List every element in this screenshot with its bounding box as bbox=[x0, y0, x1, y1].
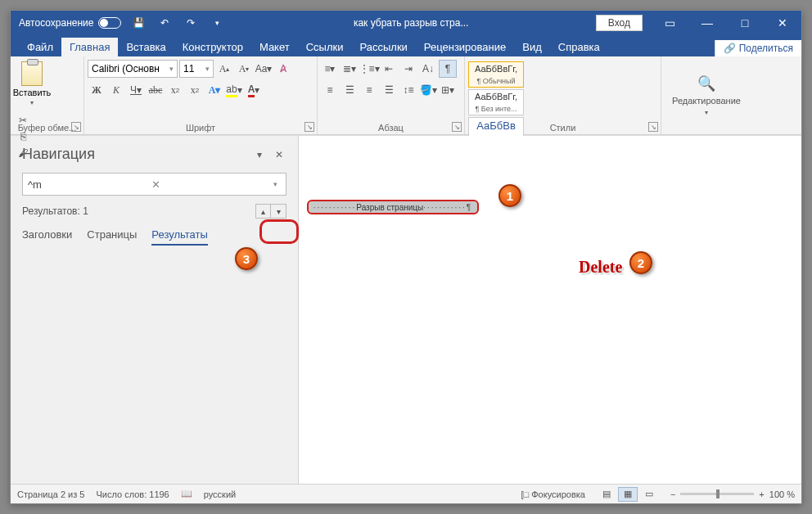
shrink-font-icon[interactable]: A▾ bbox=[235, 60, 253, 78]
font-size-combo[interactable]: 11▾ bbox=[179, 60, 214, 78]
tab-view[interactable]: Вид bbox=[514, 38, 550, 56]
nav-search-input[interactable]: ^m ✕ ▾ bbox=[22, 173, 286, 196]
maximize-icon[interactable]: □ bbox=[726, 11, 764, 35]
change-case-icon[interactable]: Aa▾ bbox=[255, 60, 273, 78]
page-break-label: Разрыв страницы bbox=[356, 203, 423, 212]
italic-button[interactable]: К bbox=[107, 81, 125, 99]
justify-icon[interactable]: ☰ bbox=[380, 81, 398, 99]
status-language[interactable]: русский bbox=[204, 489, 236, 499]
font-color-icon[interactable]: A▾ bbox=[245, 81, 263, 99]
nav-search-dropdown-icon[interactable]: ▾ bbox=[270, 180, 281, 188]
autosave-toggle[interactable]: Автосохранение bbox=[19, 17, 121, 29]
web-layout-icon[interactable]: ▭ bbox=[639, 487, 659, 502]
indent-icon[interactable]: ⇥ bbox=[399, 60, 417, 78]
nav-result-arrows: ▴ ▾ bbox=[255, 204, 286, 219]
underline-button[interactable]: Ч▾ bbox=[127, 81, 145, 99]
numbering-icon[interactable]: ≣▾ bbox=[341, 60, 359, 78]
font-launcher[interactable]: ↘ bbox=[304, 122, 314, 132]
align-center-icon[interactable]: ☰ bbox=[341, 81, 359, 99]
group-editing: 🔍 Редактирование ▾ bbox=[661, 56, 751, 134]
bullets-icon[interactable]: ≡▾ bbox=[321, 60, 339, 78]
tab-design[interactable]: Конструктор bbox=[174, 38, 251, 56]
status-page[interactable]: Страница 2 из 5 bbox=[17, 489, 84, 499]
tab-references[interactable]: Ссылки bbox=[298, 38, 352, 56]
nav-tab-results[interactable]: Результаты bbox=[151, 228, 207, 246]
subscript-button[interactable]: x2 bbox=[166, 81, 184, 99]
nav-next-result[interactable]: ▾ bbox=[271, 205, 286, 218]
format-painter-icon[interactable]: 🖌 bbox=[14, 146, 32, 160]
ribbon-tabs: Файл Главная Вставка Конструктор Макет С… bbox=[11, 35, 801, 56]
minimize-icon[interactable]: — bbox=[688, 11, 726, 35]
zoom-level[interactable]: 100 % bbox=[769, 489, 795, 499]
font-group-label: Шрифт bbox=[84, 123, 317, 133]
clear-formatting-icon[interactable]: A̷ bbox=[274, 60, 292, 78]
group-font: Calibri (Основн▾ 11▾ A▴ A▾ Aa▾ A̷ Ж К Ч▾… bbox=[84, 56, 318, 134]
font-name-combo[interactable]: Calibri (Основн▾ bbox=[88, 60, 178, 78]
outdent-icon[interactable]: ⇤ bbox=[380, 60, 398, 78]
bold-button[interactable]: Ж bbox=[88, 81, 106, 99]
line-spacing-icon[interactable]: ↕≡ bbox=[399, 81, 417, 99]
document-area[interactable]: ··········· Разрыв страницы ···········¶ bbox=[299, 136, 801, 484]
nav-tab-headings[interactable]: Заголовки bbox=[22, 228, 72, 246]
nav-tab-pages[interactable]: Страницы bbox=[87, 228, 137, 246]
close-icon[interactable]: ✕ bbox=[764, 11, 801, 35]
clipboard-launcher[interactable]: ↘ bbox=[71, 122, 81, 132]
group-clipboard: Вставить ▾ ✂ ⎘ 🖌 Буфер обме... ↘ bbox=[11, 56, 84, 134]
tab-review[interactable]: Рецензирование bbox=[416, 38, 514, 56]
shading-icon[interactable]: 🪣▾ bbox=[419, 81, 437, 99]
login-button[interactable]: Вход bbox=[596, 15, 643, 31]
undo-icon[interactable]: ↶ bbox=[156, 14, 174, 32]
grow-font-icon[interactable]: A▴ bbox=[215, 60, 233, 78]
zoom-in-icon[interactable]: + bbox=[759, 489, 764, 499]
paste-label: Вставить bbox=[13, 88, 52, 97]
align-right-icon[interactable]: ≡ bbox=[360, 81, 378, 99]
tab-file[interactable]: Файл bbox=[19, 38, 61, 56]
autosave-switch[interactable] bbox=[98, 17, 121, 29]
editing-label[interactable]: Редактирование bbox=[672, 96, 741, 106]
styles-launcher[interactable]: ↘ bbox=[648, 122, 658, 132]
show-marks-icon[interactable]: ¶ bbox=[439, 60, 457, 78]
find-icon[interactable]: 🔍 bbox=[697, 74, 715, 92]
sort-icon[interactable]: A↓ bbox=[419, 60, 437, 78]
redo-icon[interactable]: ↷ bbox=[182, 14, 200, 32]
nav-search-clear-icon[interactable]: ✕ bbox=[148, 178, 164, 191]
focus-mode-button[interactable]: [□ Фокусировка bbox=[521, 489, 584, 499]
nav-close-icon[interactable]: ✕ bbox=[272, 147, 286, 162]
nav-prev-result[interactable]: ▴ bbox=[256, 205, 271, 218]
ribbon: Вставить ▾ ✂ ⎘ 🖌 Буфер обме... ↘ Calibri… bbox=[11, 56, 801, 135]
text-effects-icon[interactable]: A▾ bbox=[205, 81, 223, 99]
strikethrough-button[interactable]: abc bbox=[147, 81, 165, 99]
share-button[interactable]: 🔗 Поделиться bbox=[715, 40, 801, 56]
highlight-icon[interactable]: ab▾ bbox=[225, 81, 243, 99]
print-layout-icon[interactable]: ▦ bbox=[618, 487, 638, 502]
align-left-icon[interactable]: ≡ bbox=[321, 81, 339, 99]
tab-mailings[interactable]: Рассылки bbox=[351, 38, 415, 56]
page-break-selection[interactable]: ··········· Разрыв страницы ···········¶ bbox=[307, 200, 479, 214]
para-launcher[interactable]: ↘ bbox=[452, 122, 462, 132]
annotation-delete-label: Delete bbox=[579, 258, 622, 277]
zoom-control[interactable]: − + 100 % bbox=[670, 489, 795, 499]
zoom-out-icon[interactable]: − bbox=[670, 489, 675, 499]
style-nospacing[interactable]: АаБбВвГг, ¶ Без инте... bbox=[468, 89, 524, 115]
tab-insert[interactable]: Вставка bbox=[118, 38, 174, 56]
annotation-badge-2: 2 bbox=[629, 251, 652, 274]
zoom-slider[interactable] bbox=[680, 493, 754, 495]
nav-options-icon[interactable]: ▾ bbox=[252, 147, 267, 162]
share-label: Поделиться bbox=[739, 43, 793, 54]
nav-results-count: Результатов: 1 bbox=[22, 205, 88, 217]
tab-layout[interactable]: Макет bbox=[251, 38, 298, 56]
save-icon[interactable]: 💾 bbox=[129, 14, 147, 32]
proofing-icon[interactable]: 📖 bbox=[181, 489, 192, 499]
paste-button[interactable]: Вставить ▾ bbox=[14, 58, 50, 106]
read-mode-icon[interactable]: ▤ bbox=[597, 487, 616, 502]
status-words[interactable]: Число слов: 1196 bbox=[96, 489, 169, 499]
borders-icon[interactable]: ⊞▾ bbox=[439, 81, 457, 99]
superscript-button[interactable]: x2 bbox=[186, 81, 204, 99]
tab-home[interactable]: Главная bbox=[61, 38, 118, 56]
document-title: как убрать разрыв стра... bbox=[354, 17, 469, 29]
qat-more-icon[interactable]: ▾ bbox=[208, 14, 226, 32]
tab-help[interactable]: Справка bbox=[550, 38, 608, 56]
multilevel-icon[interactable]: ⋮≡▾ bbox=[360, 60, 378, 78]
style-normal[interactable]: АаБбВвГг, ¶ Обычный bbox=[468, 61, 524, 88]
ribbon-options-icon[interactable]: ▭ bbox=[651, 11, 688, 35]
